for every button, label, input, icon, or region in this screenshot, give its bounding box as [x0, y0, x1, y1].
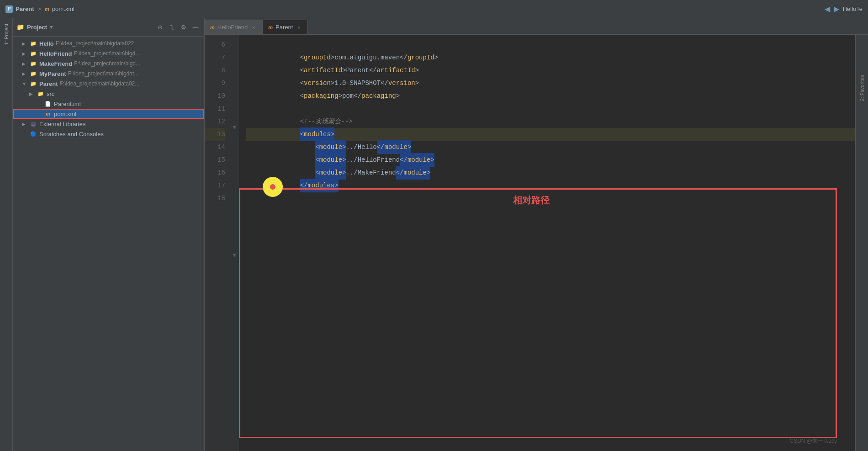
tree-item-ext-libs[interactable]: ▶ ▤ External Libraries: [13, 119, 204, 129]
ext-libs-icon: ▤: [29, 120, 37, 128]
tab-icon-hellofriend: m: [210, 25, 215, 30]
title-bar: P Parent > m pom.xml ◀ ▶ HelloTe: [0, 0, 868, 18]
tree-item-hellofriend[interactable]: ▶ 📁 HelloFriend F:\idea_project\main\big…: [13, 48, 204, 58]
panel-icons: ⊕ ⇅ ⚙ —: [155, 22, 201, 32]
tab-parent[interactable]: m Parent ×: [263, 20, 308, 34]
tree-path-parent: F:\idea_project\main\bigdata02...: [59, 80, 139, 87]
tab-close-parent[interactable]: ×: [296, 24, 302, 31]
line-num-17: 17: [205, 179, 225, 192]
tree-item-pom-xml[interactable]: m pom.xml: [13, 109, 204, 119]
panel-title: Project: [27, 24, 47, 31]
scratches-icon: 🔵: [29, 130, 37, 138]
project-icon: P: [5, 5, 13, 13]
panel-collapse-btn[interactable]: —: [191, 22, 201, 32]
tab-label-hellofriend: HelloFriend: [217, 24, 248, 31]
code-line-7: <groupId>com.atguigu.maven</groupId>: [246, 51, 855, 64]
tree-arrow-myparent: ▶: [22, 71, 29, 76]
line-num-6: 6: [205, 38, 225, 51]
tree-path-myparent: F:\idea_project\main\bigdat...: [68, 70, 139, 77]
tab-close-hellofriend[interactable]: ×: [250, 24, 257, 31]
code-area[interactable]: <groupId>com.atguigu.maven</groupId> <ar…: [239, 35, 855, 451]
line-num-11: 11: [205, 102, 225, 115]
tree-item-scratches[interactable]: 🔵 Scratches and Consoles: [13, 129, 204, 139]
tree-label-pom-xml: pom.xml: [54, 111, 76, 117]
gutter: ▼ ▼: [230, 35, 239, 451]
tab-icon-parent: m: [268, 25, 273, 30]
folder-icon-hello: 📁: [29, 39, 37, 48]
tree-item-hello[interactable]: ▶ 📁 Hello F:\idea_project\main\bigdata02…: [13, 38, 204, 48]
tree-label-ext-libs: External Libraries: [39, 121, 85, 127]
tree-item-src[interactable]: ▶ 📁 src: [13, 89, 204, 99]
panel-filter-btn[interactable]: ⇅: [167, 22, 177, 32]
code-line-9: <version>1.0-SNAPSHOT</version>: [246, 77, 855, 90]
folder-icon-makefriend: 📁: [29, 59, 37, 68]
line-num-12: 12: [205, 115, 225, 128]
tree-arrow-src: ▶: [29, 91, 37, 96]
folder-icon-parent: 📁: [29, 80, 37, 88]
tree-item-parent[interactable]: ▼ 📁 Parent F:\idea_project\main\bigdata0…: [13, 79, 204, 89]
line-num-18: 18: [205, 192, 225, 205]
csdn-watermark: CSDN @朱一头zcy: [789, 435, 837, 447]
code-line-10: <packaging>pom</packaging>: [246, 90, 855, 102]
main-layout: 1: Project 📁 Project ▼ ⊕ ⇅ ⚙ — ▶ 📁 Hello: [0, 18, 868, 451]
editor-area: m HelloFriend × m Parent × 6 7 8 9 10 11…: [205, 18, 868, 451]
line-num-13: 13: [205, 128, 225, 141]
tree-arrow-makefriend: ▶: [22, 61, 29, 66]
title-filename: pom.xml: [52, 5, 74, 12]
red-annotation-box: [239, 188, 837, 438]
nav-icon-left[interactable]: ◀: [825, 5, 830, 13]
tree-arrow-parent: ▼: [22, 81, 29, 86]
fold-btn-13[interactable]: ▼: [231, 124, 238, 131]
panel-settings-btn[interactable]: ⚙: [179, 22, 189, 32]
folder-icon-hellofriend: 📁: [29, 49, 37, 58]
tree-item-makefriend[interactable]: ▶ 📁 MakeFriend F:\idea_project\main\bigd…: [13, 58, 204, 69]
code-line-13: <modules>: [246, 128, 855, 141]
code-line-14: <module>../Hello</module>: [246, 141, 855, 154]
code-line-18: [246, 192, 855, 205]
tree-item-parent-iml[interactable]: 📄 Parent.iml: [13, 99, 204, 109]
tree-item-myparent[interactable]: ▶ 📁 MyParent F:\idea_project\main\bigdat…: [13, 69, 204, 79]
tree-arrow-hellofriend: ▶: [22, 51, 29, 56]
line-num-15: 15: [205, 154, 225, 166]
title-bar-left: P Parent > m pom.xml: [5, 5, 74, 13]
folder-icon-myparent: 📁: [29, 69, 37, 78]
panel-add-btn[interactable]: ⊕: [155, 22, 165, 32]
tab-hellofriend[interactable]: m HelloFriend ×: [205, 20, 263, 34]
line-numbers: 6 7 8 9 10 11 12 13 14 15 16 17 18: [205, 35, 230, 451]
tree-path-makefriend: F:\idea_project\main\bigd...: [74, 60, 140, 67]
line-num-7: 7: [205, 51, 225, 64]
panel-header: 📁 Project ▼ ⊕ ⇅ ⚙ —: [13, 18, 204, 37]
tree-label-scratches: Scratches and Consoles: [39, 131, 104, 138]
title-sep: >: [37, 5, 41, 12]
line-num-16: 16: [205, 166, 225, 179]
tree-path-hello: F:\idea_project\main\bigdata022: [56, 40, 134, 47]
title-right-label: HelloTe: [843, 5, 863, 12]
panel-dropdown-arrow[interactable]: ▼: [50, 25, 53, 30]
tree-label-myparent: MyParent: [39, 70, 66, 77]
tree-label-hellofriend: HelloFriend: [39, 50, 72, 57]
tree-arrow-ext-libs: ▶: [22, 122, 29, 127]
line-num-10: 10: [205, 90, 225, 102]
panel-folder-icon: 📁: [16, 23, 24, 31]
line-num-14: 14: [205, 141, 225, 154]
folder-icon-src: 📁: [37, 90, 45, 98]
line-num-8: 8: [205, 64, 225, 77]
code-line-16: <module>../MakeFriend</module>: [246, 166, 855, 179]
editor-tabs: m HelloFriend × m Parent ×: [205, 18, 868, 35]
tree-path-hellofriend: F:\idea_project\main\bigd...: [74, 50, 140, 57]
file-icon: m: [45, 6, 49, 12]
project-panel: 📁 Project ▼ ⊕ ⇅ ⚙ — ▶ 📁 Hello F:\idea_pr…: [13, 18, 205, 451]
tree-label-src: src: [47, 90, 54, 97]
tab-label-parent: Parent: [275, 24, 293, 31]
project-vertical-tab[interactable]: 1: Project: [2, 20, 11, 48]
nav-icon-right[interactable]: ▶: [834, 5, 839, 13]
project-tree: ▶ 📁 Hello F:\idea_project\main\bigdata02…: [13, 37, 204, 451]
file-icon-pom-xml: m: [44, 110, 52, 118]
favorites-strip: 2: Favorites: [855, 35, 868, 451]
code-line-12: <!--实现聚合-->: [246, 115, 855, 128]
line-num-9: 9: [205, 77, 225, 90]
favorites-tab[interactable]: 2: Favorites: [857, 71, 867, 105]
fold-btn-17[interactable]: ▼: [231, 252, 238, 259]
title-bar-right: ◀ ▶ HelloTe: [825, 5, 863, 13]
code-line-11: [246, 102, 855, 115]
